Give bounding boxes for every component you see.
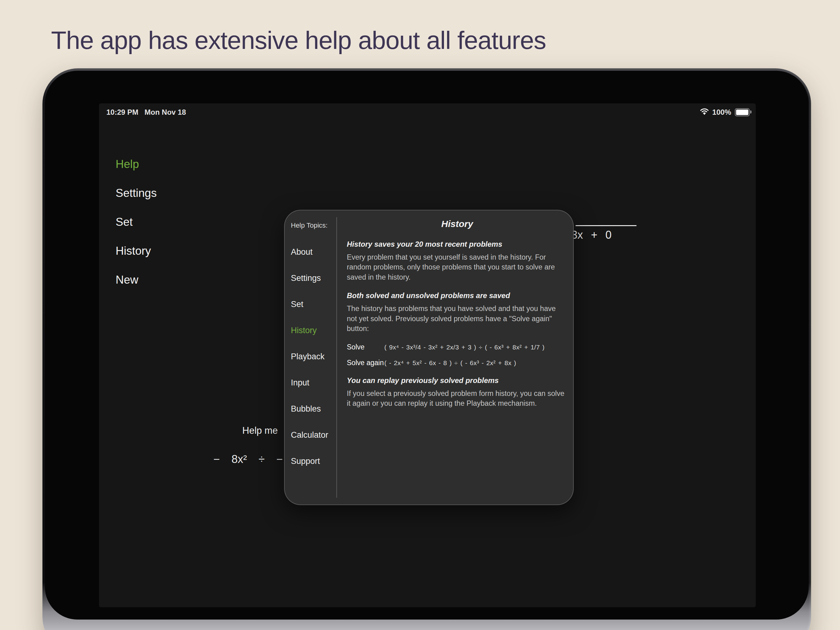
- help-dialog: Help Topics: About Settings Set History …: [284, 210, 574, 505]
- status-bar: 10:29 PM Mon Nov 18 100%: [106, 107, 750, 117]
- section-heading: Both solved and unsolved problems are sa…: [347, 291, 568, 300]
- sidebar-item-help[interactable]: Help: [115, 157, 157, 171]
- section-body: If you select a previously solved proble…: [347, 388, 568, 408]
- help-topic-input[interactable]: Input: [291, 377, 328, 388]
- example-formula: ( 9x⁴ - 3x³/4 - 3x² + 2x/3 + 3 ) ÷ ( - 6…: [384, 343, 545, 351]
- section-heading: History saves your 20 most recent proble…: [347, 240, 568, 249]
- ipad-device: 10:29 PM Mon Nov 18 100%: [43, 68, 811, 630]
- help-topic-bubbles[interactable]: Bubbles: [291, 404, 328, 414]
- wifi-icon: [700, 108, 709, 117]
- help-topic-support[interactable]: Support: [291, 456, 328, 466]
- dialog-divider: [336, 217, 337, 498]
- fraction-bar: [576, 225, 636, 226]
- help-topic-history[interactable]: History: [291, 325, 328, 336]
- page-title: The app has extensive help about all fea…: [51, 26, 546, 55]
- problem-fraction: 3x + 0: [571, 225, 636, 242]
- example-row: Solve again ( - 2x⁴ + 5x² - 6x - 8 ) ÷ (…: [347, 359, 568, 367]
- help-topic-playback[interactable]: Playback: [291, 351, 328, 362]
- battery-icon: [735, 108, 750, 116]
- solve-again-button[interactable]: Solve again: [347, 359, 384, 367]
- problem-expression-right: 3x + 0: [571, 229, 636, 242]
- help-me-button[interactable]: Help me: [242, 425, 278, 436]
- date: Mon Nov 18: [145, 108, 186, 117]
- help-topics-label: Help Topics:: [291, 222, 327, 230]
- example-row: Solve ( 9x⁴ - 3x³/4 - 3x² + 2x/3 + 3 ) ÷…: [347, 343, 568, 351]
- battery-cap: [750, 111, 752, 114]
- help-topic-set[interactable]: Set: [291, 299, 328, 309]
- battery-fill: [736, 109, 748, 115]
- sidebar-item-history[interactable]: History: [115, 244, 157, 258]
- section-body: Every problem that you set yourself is s…: [347, 252, 568, 282]
- sidebar-item-new[interactable]: New: [115, 273, 157, 287]
- app-screen: 10:29 PM Mon Nov 18 100%: [99, 103, 756, 607]
- battery-percent: 100%: [712, 108, 731, 117]
- screenshot-canvas: The app has extensive help about all fea…: [0, 0, 840, 630]
- section-body: The history has problems that you have s…: [347, 304, 568, 334]
- help-topic-settings[interactable]: Settings: [291, 273, 328, 283]
- clock: 10:29 PM: [106, 108, 138, 117]
- solve-button[interactable]: Solve: [347, 343, 384, 351]
- example-formula: ( - 2x⁴ + 5x² - 6x - 8 ) ÷ ( - 6x³ - 2x²…: [384, 359, 516, 367]
- sidebar-item-settings[interactable]: Settings: [115, 187, 157, 200]
- status-right: 100%: [700, 108, 750, 117]
- help-topic-calculator[interactable]: Calculator: [291, 430, 328, 440]
- app-sidebar: Help Settings Set History New: [115, 157, 157, 287]
- problem-expression-left: − 8x² ÷ −: [213, 453, 283, 466]
- dialog-title: History: [347, 218, 568, 230]
- sidebar-item-set[interactable]: Set: [115, 215, 157, 229]
- status-left: 10:29 PM Mon Nov 18: [106, 108, 186, 117]
- help-topic-content: History History saves your 20 most recen…: [347, 218, 568, 408]
- section-heading: You can replay previously solved problem…: [347, 376, 568, 385]
- help-topics-list: About Settings Set History Playback Inpu…: [291, 247, 328, 466]
- help-topic-about[interactable]: About: [291, 247, 328, 257]
